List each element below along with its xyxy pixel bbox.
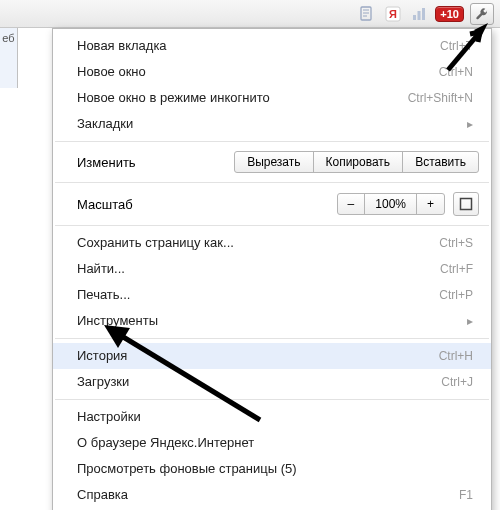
cut-button[interactable]: Вырезать [234, 151, 313, 173]
menu-item-shortcut: Ctrl+H [439, 348, 473, 364]
menu-item-label: О браузере Яндекс.Интернет [77, 435, 254, 451]
menu-new-tab[interactable]: Новая вкладка Ctrl+T [53, 33, 491, 59]
menu-item-label: Новое окно в режиме инкогнито [77, 90, 270, 106]
menu-item-shortcut: Ctrl+J [441, 374, 473, 390]
zoom-out-button[interactable]: – [337, 193, 366, 215]
paste-button[interactable]: Вставить [402, 151, 479, 173]
menu-item-label: Новая вкладка [77, 38, 167, 54]
menu-item-label: Просмотреть фоновые страницы (5) [77, 461, 297, 477]
menu-edit-row: Изменить Вырезать Копировать Вставить [53, 146, 491, 178]
menu-item-label: Новое окно [77, 64, 146, 80]
yandex-icon[interactable]: Я [383, 4, 403, 24]
menu-tools[interactable]: Инструменты ▸ [53, 308, 491, 334]
submenu-arrow-icon: ▸ [467, 116, 473, 132]
menu-settings[interactable]: Настройки [53, 404, 491, 430]
fullscreen-button[interactable] [453, 192, 479, 216]
menu-item-label: Масштаб [77, 197, 133, 212]
menu-item-label: Настройки [77, 409, 141, 425]
svg-rect-4 [418, 11, 421, 20]
page-icon[interactable] [357, 4, 377, 24]
menu-item-shortcut: Ctrl+N [439, 64, 473, 80]
menu-history[interactable]: История Ctrl+H [53, 343, 491, 369]
zoom-percent[interactable]: 100% [364, 193, 417, 215]
menu-item-label: Сохранить страницу как... [77, 235, 234, 251]
menu-item-shortcut: Ctrl+Shift+N [408, 90, 473, 106]
menu-downloads[interactable]: Загрузки Ctrl+J [53, 369, 491, 395]
menu-item-label: История [77, 348, 127, 364]
zoom-in-button[interactable]: + [416, 193, 445, 215]
menu-item-label: Закладки [77, 116, 133, 132]
svg-rect-3 [413, 15, 416, 20]
menu-bookmarks[interactable]: Закладки ▸ [53, 111, 491, 137]
menu-item-label: Найти... [77, 261, 125, 277]
notification-badge[interactable]: +10 [435, 6, 464, 22]
menu-incognito[interactable]: Новое окно в режиме инкогнито Ctrl+Shift… [53, 85, 491, 111]
tab-fragment: еб [0, 28, 18, 88]
menu-item-label: Инструменты [77, 313, 158, 329]
zoom-button-group: – 100% + [337, 193, 445, 215]
menu-separator [55, 141, 489, 142]
menu-find[interactable]: Найти... Ctrl+F [53, 256, 491, 282]
menu-help[interactable]: Справка F1 [53, 482, 491, 508]
menu-separator [55, 225, 489, 226]
menu-separator [55, 182, 489, 183]
menu-item-label: Изменить [77, 155, 136, 170]
menu-print[interactable]: Печать... Ctrl+P [53, 282, 491, 308]
menu-about[interactable]: О браузере Яндекс.Интернет [53, 430, 491, 456]
submenu-arrow-icon: ▸ [467, 313, 473, 329]
edit-button-group: Вырезать Копировать Вставить [234, 151, 479, 173]
menu-item-shortcut: Ctrl+F [440, 261, 473, 277]
menu-item-shortcut: Ctrl+S [439, 235, 473, 251]
svg-rect-6 [461, 199, 472, 210]
menu-separator [55, 338, 489, 339]
menu-background-pages[interactable]: Просмотреть фоновые страницы (5) [53, 456, 491, 482]
svg-rect-5 [422, 8, 425, 20]
menu-new-window[interactable]: Новое окно Ctrl+N [53, 59, 491, 85]
copy-button[interactable]: Копировать [313, 151, 404, 173]
wrench-menu-button[interactable] [470, 3, 494, 25]
svg-text:Я: Я [389, 8, 397, 20]
menu-item-label: Загрузки [77, 374, 129, 390]
menu-item-shortcut: Ctrl+P [439, 287, 473, 303]
menu-item-label: Печать... [77, 287, 130, 303]
main-menu: Новая вкладка Ctrl+T Новое окно Ctrl+N Н… [52, 28, 492, 510]
menu-item-shortcut: Ctrl+T [440, 38, 473, 54]
menu-separator [55, 399, 489, 400]
stats-icon[interactable] [409, 4, 429, 24]
menu-save-page[interactable]: Сохранить страницу как... Ctrl+S [53, 230, 491, 256]
browser-toolbar: Я +10 [0, 0, 500, 28]
menu-zoom-row: Масштаб – 100% + [53, 187, 491, 221]
menu-item-label: Справка [77, 487, 128, 503]
menu-item-shortcut: F1 [459, 487, 473, 503]
